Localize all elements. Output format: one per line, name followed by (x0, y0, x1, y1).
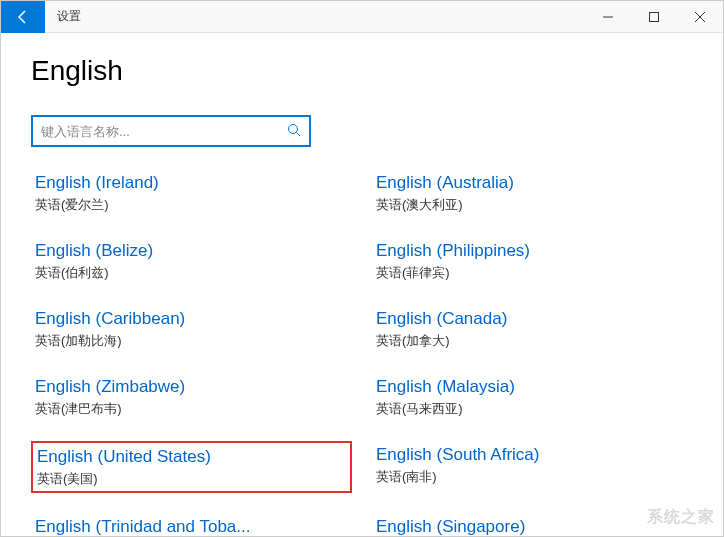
search-icon (287, 123, 301, 140)
language-name: English (Canada) (376, 308, 689, 330)
search-box[interactable] (31, 115, 311, 147)
language-name: English (Australia) (376, 172, 689, 194)
minimize-button[interactable] (585, 1, 631, 33)
language-grid: English (Ireland)英语(爱尔兰)English (Austral… (31, 169, 693, 537)
language-item[interactable]: English (Malaysia)英语(马来西亚) (372, 373, 693, 421)
language-name: English (Belize) (35, 240, 348, 262)
arrow-left-icon (15, 9, 31, 25)
language-item[interactable]: English (South Africa)英语(南非) (372, 441, 693, 493)
svg-line-3 (297, 132, 301, 136)
language-item[interactable]: English (Zimbabwe)英语(津巴布韦) (31, 373, 352, 421)
window-controls (585, 1, 723, 33)
close-button[interactable] (677, 1, 723, 33)
language-item[interactable]: English (Singapore) (372, 513, 693, 537)
language-name: English (Ireland) (35, 172, 348, 194)
maximize-icon (648, 11, 660, 23)
language-name: English (South Africa) (376, 444, 689, 466)
language-name: English (United States) (37, 446, 346, 468)
language-name: English (Zimbabwe) (35, 376, 348, 398)
language-subtitle: 英语(菲律宾) (376, 264, 689, 282)
language-subtitle: 英语(津巴布韦) (35, 400, 348, 418)
close-icon (694, 11, 706, 23)
search-input[interactable] (41, 124, 287, 139)
page-title: English (31, 55, 693, 87)
language-subtitle: 英语(加拿大) (376, 332, 689, 350)
language-subtitle: 英语(伯利兹) (35, 264, 348, 282)
language-item[interactable]: English (Philippines)英语(菲律宾) (372, 237, 693, 285)
back-button[interactable] (1, 1, 45, 33)
language-subtitle: 英语(美国) (37, 470, 346, 488)
window-title: 设置 (45, 8, 585, 25)
svg-rect-1 (650, 12, 659, 21)
language-item[interactable]: English (Trinidad and Toba... (31, 513, 352, 537)
language-subtitle: 英语(爱尔兰) (35, 196, 348, 214)
language-item[interactable]: English (Belize)英语(伯利兹) (31, 237, 352, 285)
language-item[interactable]: English (Australia)英语(澳大利亚) (372, 169, 693, 217)
language-subtitle: 英语(澳大利亚) (376, 196, 689, 214)
language-item[interactable]: English (Canada)英语(加拿大) (372, 305, 693, 353)
language-subtitle: 英语(南非) (376, 468, 689, 486)
titlebar: 设置 (1, 1, 723, 33)
language-item[interactable]: English (Caribbean)英语(加勒比海) (31, 305, 352, 353)
language-item[interactable]: English (Ireland)英语(爱尔兰) (31, 169, 352, 217)
svg-point-2 (289, 124, 298, 133)
language-name: English (Trinidad and Toba... (35, 516, 348, 537)
language-name: English (Philippines) (376, 240, 689, 262)
content-area: English English (Ireland)英语(爱尔兰)English … (1, 33, 723, 537)
language-item[interactable]: English (United States)英语(美国) (31, 441, 352, 493)
language-subtitle: 英语(加勒比海) (35, 332, 348, 350)
maximize-button[interactable] (631, 1, 677, 33)
language-name: English (Malaysia) (376, 376, 689, 398)
language-name: English (Singapore) (376, 516, 689, 537)
language-name: English (Caribbean) (35, 308, 348, 330)
minimize-icon (602, 11, 614, 23)
language-subtitle: 英语(马来西亚) (376, 400, 689, 418)
